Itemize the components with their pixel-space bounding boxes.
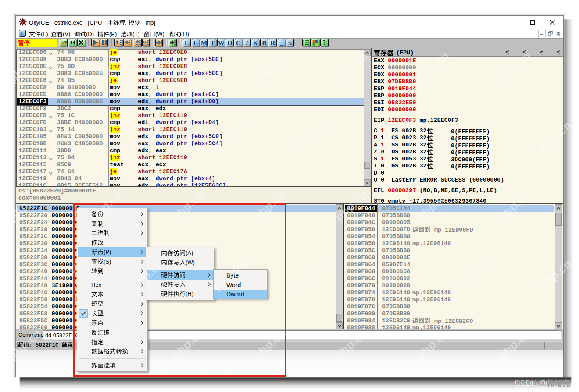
svg-text:C: C — [21, 30, 25, 36]
